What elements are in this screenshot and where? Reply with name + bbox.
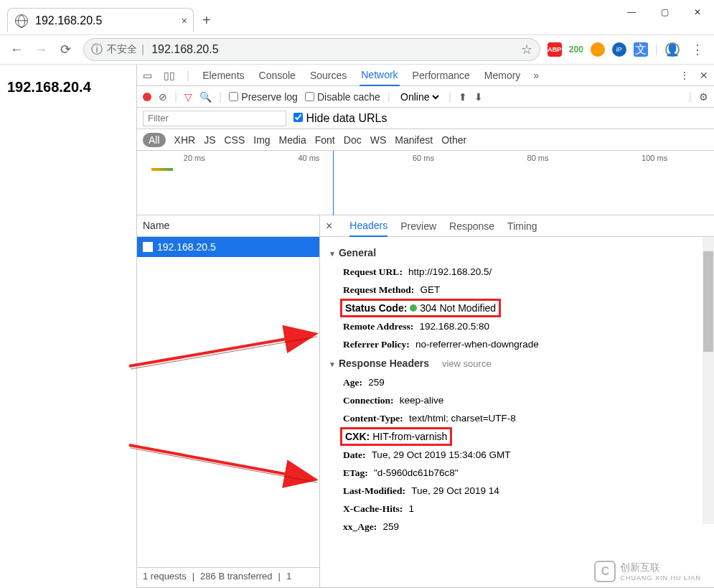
globe-icon [15,14,28,27]
page-content: 192.168.20.4 [0,65,136,588]
tab-title: 192.168.20.5 [35,14,102,27]
security-warning: 不安全 [107,43,137,56]
close-detail-icon[interactable]: × [326,220,332,233]
type-all[interactable]: All [143,133,166,147]
download-icon[interactable]: ⬇ [474,91,483,103]
request-footer: 1 requests | 286 B transferred | 1 [137,567,319,587]
devtools-close-icon[interactable]: ✕ [700,70,708,81]
settings-icon[interactable]: ⚙ [699,91,708,103]
forward-button[interactable]: → [30,39,52,60]
status-dot-icon [410,304,417,312]
devtools-tabs: ▭ ▯▯ | Elements Console Sources Network … [137,65,714,86]
type-other[interactable]: Other [441,134,466,146]
request-detail-panel: × Headers Preview Response Timing Genera… [320,215,714,587]
site-info-icon[interactable]: ⓘ [91,42,103,57]
throttling-select[interactable]: Online [398,90,441,103]
type-media[interactable]: Media [279,134,306,146]
type-css[interactable]: CSS [224,134,245,146]
more-tabs-icon[interactable]: » [533,70,539,81]
address-bar[interactable]: ⓘ 不安全 | 192.168.20.5 ☆ [83,38,540,61]
close-window-button[interactable]: ✕ [681,0,714,24]
name-column-header[interactable]: Name [137,215,319,237]
filter-types: All XHR JS CSS Img Media Font Doc WS Man… [137,129,714,151]
search-icon[interactable]: 🔍 [199,91,212,103]
reload-button[interactable]: ⟳ [55,39,76,60]
back-button[interactable]: ← [6,39,27,60]
detail-tab-response[interactable]: Response [449,220,494,232]
timeline-bar [151,168,173,171]
tab-memory[interactable]: Memory [483,70,522,81]
detail-tab-headers[interactable]: Headers [349,215,387,237]
request-list: Name 192.168.20.5 1 requests | 286 B tra… [137,215,320,587]
filter-input[interactable] [143,111,286,126]
bookmark-icon[interactable]: ☆ [521,42,532,57]
response-headers-section[interactable]: Response Headersview source [323,353,714,373]
ip-icon[interactable]: iP [612,42,626,57]
devtools-menu-icon[interactable]: ⋮ [680,70,690,81]
request-row[interactable]: 192.168.20.5 [137,237,319,257]
disable-cache-checkbox[interactable]: Disable cache [305,91,380,103]
type-font[interactable]: Font [315,134,335,146]
cxk-header-highlight: CXK: HIT-from-varnish [340,427,452,446]
profile-icon[interactable]: 👤 [665,42,680,57]
type-manifest[interactable]: Manifest [395,134,433,146]
browser-tab[interactable]: 192.168.20.5 × [7,8,194,32]
preserve-log-checkbox[interactable]: Preserve log [229,91,298,103]
minimize-button[interactable]: — [615,0,648,24]
clear-button[interactable]: ⊘ [159,91,167,103]
type-doc[interactable]: Doc [344,134,362,146]
network-timeline[interactable]: 20 ms 40 ms 60 ms 80 ms 100 ms [137,151,714,215]
menu-icon[interactable]: ⋮ [687,39,708,60]
headers-content: General Request URL: http://192.168.20.5… [320,237,714,587]
translate-icon[interactable]: 文 [634,42,648,57]
inspect-icon[interactable]: ▭ [143,70,152,81]
type-ws[interactable]: WS [370,134,387,146]
network-toolbar: ⊘ | ▽ 🔍 | Preserve log Disable cache | O… [137,86,714,108]
watermark: C 创新互联CHUANG XIN HU LIAN [594,561,701,582]
extension-counter: 200 [569,45,583,55]
tab-console[interactable]: Console [258,70,297,81]
tab-performance[interactable]: Performance [411,70,471,81]
close-tab-icon[interactable]: × [182,15,187,27]
type-xhr[interactable]: XHR [174,134,196,146]
type-js[interactable]: JS [204,134,215,146]
detail-tab-timing[interactable]: Timing [507,220,537,232]
maximize-button[interactable]: ▢ [648,0,681,24]
general-section[interactable]: General [323,243,714,263]
devtools-panel: ▭ ▯▯ | Elements Console Sources Network … [136,65,714,588]
adblock-icon[interactable]: ABP [548,42,562,57]
tab-sources[interactable]: Sources [309,70,348,81]
tab-network[interactable]: Network [360,65,399,86]
browser-tabs-row: 192.168.20.5 × + — ▢ ✕ [0,6,714,34]
document-icon [143,242,153,252]
timeline-cursor [333,151,334,215]
upload-icon[interactable]: ⬆ [459,91,467,103]
filter-row: Hide data URLs [137,108,714,129]
detail-tab-preview[interactable]: Preview [400,220,436,232]
new-tab-button[interactable]: + [202,12,211,29]
device-toggle-icon[interactable]: ▯▯ [164,70,175,81]
status-code-highlight: Status Code: 304 Not Modified [340,299,501,317]
tab-elements[interactable]: Elements [201,70,245,81]
address-bar-row: ← → ⟳ ⓘ 不安全 | 192.168.20.5 ☆ ABP 200 iP … [0,34,714,65]
avast-icon[interactable] [591,42,605,57]
scrollbar[interactable] [703,237,714,524]
url-text: 192.168.20.5 [151,43,218,56]
page-body-text: 192.168.20.4 [7,79,129,95]
record-button[interactable] [143,93,151,101]
hide-data-urls-checkbox[interactable]: Hide data URLs [293,112,387,125]
filter-icon[interactable]: ▽ [184,91,192,103]
type-img[interactable]: Img [253,134,270,146]
